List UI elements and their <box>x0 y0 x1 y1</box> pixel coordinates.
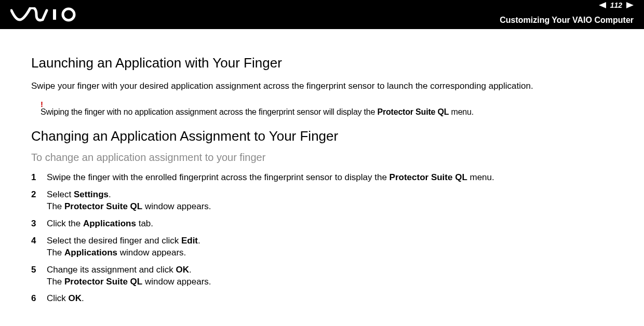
step-number: 4 <box>31 235 47 259</box>
step-number: 3 <box>31 218 47 230</box>
page-number: 112 <box>610 1 622 9</box>
step-5: 5 Change its assignment and click OK. Th… <box>31 264 613 288</box>
step-number: 5 <box>31 264 47 288</box>
section2-heading: Changing an Application Assignment to Yo… <box>31 128 613 144</box>
header-title: Customizing Your VAIO Computer <box>500 16 634 25</box>
step-body: Select the desired finger and click Edit… <box>47 235 613 259</box>
vaio-logo-svg <box>10 7 83 22</box>
step-body: Change its assignment and click OK. The … <box>47 264 613 288</box>
section1-heading: Launching an Application with Your Finge… <box>31 55 613 71</box>
note-block: ! Swiping the finger with no application… <box>41 100 613 117</box>
page-header: 112 Customizing Your VAIO Computer <box>0 0 644 29</box>
page-content: Launching an Application with Your Finge… <box>0 29 644 320</box>
step-number: 2 <box>31 189 47 213</box>
step-number: 6 <box>31 293 47 305</box>
vaio-logo <box>10 7 83 22</box>
step-3: 3 Click the Applications tab. <box>31 218 613 230</box>
step-body: Select Settings. The Protector Suite QL … <box>47 189 613 213</box>
note-text: Swiping the finger with no application a… <box>41 107 474 116</box>
nav-next-icon[interactable] <box>626 2 634 8</box>
step-4: 4 Select the desired finger and click Ed… <box>31 235 613 259</box>
svg-rect-0 <box>53 9 56 20</box>
step-1: 1 Swipe the finger with the enrolled fin… <box>31 172 613 184</box>
step-2: 2 Select Settings. The Protector Suite Q… <box>31 189 613 213</box>
step-number: 1 <box>31 172 47 184</box>
step-body: Swipe the finger with the enrolled finge… <box>47 172 613 184</box>
step-body: Click the Applications tab. <box>47 218 613 230</box>
page-nav: 112 <box>599 1 634 9</box>
section1-paragraph: Swipe your finger with your desired appl… <box>31 80 613 92</box>
svg-point-1 <box>63 9 74 20</box>
step-6: 6 Click OK. <box>31 293 613 305</box>
section2-subheading: To change an application assignment to y… <box>31 152 613 164</box>
nav-prev-icon[interactable] <box>599 2 606 8</box>
step-body: Click OK. <box>47 293 613 305</box>
